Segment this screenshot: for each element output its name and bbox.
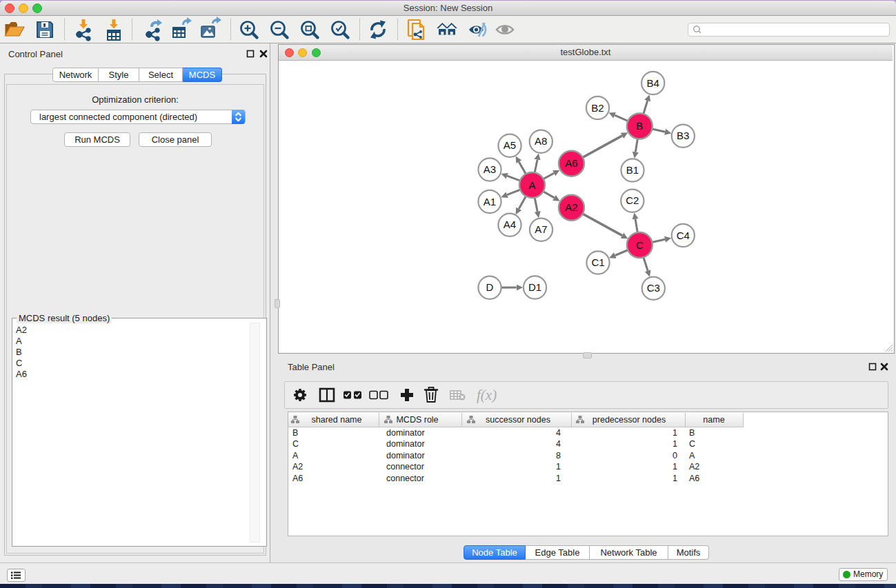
svg-text:C: C — [636, 239, 644, 251]
svg-text:B4: B4 — [647, 77, 659, 89]
svg-text:A2: A2 — [292, 462, 303, 472]
svg-text:1: 1 — [673, 439, 677, 449]
svg-text:A2: A2 — [689, 462, 699, 472]
svg-text:C1: C1 — [591, 256, 604, 268]
svg-text:A8: A8 — [535, 135, 547, 147]
svg-text:A2: A2 — [565, 201, 577, 213]
svg-text:A6: A6 — [565, 157, 577, 169]
svg-text:successor nodes: successor nodes — [486, 415, 550, 425]
svg-text:shared name: shared name — [312, 415, 362, 425]
svg-text:A5: A5 — [504, 139, 516, 151]
svg-text:predecessor nodes: predecessor nodes — [593, 415, 666, 425]
svg-text:B3: B3 — [677, 130, 689, 141]
svg-text:0: 0 — [673, 451, 677, 460]
svg-text:1: 1 — [556, 462, 561, 472]
svg-text:C2: C2 — [626, 194, 639, 206]
svg-text:A: A — [292, 451, 299, 460]
svg-text:1: 1 — [673, 428, 677, 438]
svg-text:A7: A7 — [535, 223, 547, 235]
svg-text:1: 1 — [673, 474, 677, 483]
svg-text:A6: A6 — [292, 474, 303, 483]
svg-text:B: B — [636, 120, 643, 132]
svg-text:D: D — [486, 281, 494, 293]
svg-text:B: B — [292, 428, 298, 438]
svg-text:C3: C3 — [647, 282, 660, 294]
svg-text:A4: A4 — [504, 219, 516, 230]
svg-text:A3: A3 — [484, 163, 496, 175]
svg-text:4: 4 — [556, 439, 561, 449]
svg-text:dominator: dominator — [386, 428, 425, 438]
svg-text:connector: connector — [386, 462, 424, 472]
svg-text:D1: D1 — [528, 281, 541, 293]
svg-text:4: 4 — [556, 428, 561, 438]
svg-text:1: 1 — [673, 462, 677, 472]
svg-text:A1: A1 — [484, 196, 496, 207]
svg-text:A: A — [528, 179, 535, 191]
svg-text:f(x): f(x) — [477, 387, 497, 403]
svg-text:MCDS role: MCDS role — [396, 415, 438, 425]
svg-text:C: C — [689, 439, 695, 449]
svg-text:C: C — [292, 439, 299, 449]
svg-text:dominator: dominator — [386, 451, 425, 460]
svg-text:8: 8 — [556, 451, 561, 460]
svg-text:B2: B2 — [591, 102, 604, 114]
svg-text:B1: B1 — [626, 164, 639, 176]
svg-text:connector: connector — [386, 474, 424, 483]
svg-text:C4: C4 — [677, 230, 690, 241]
svg-text:A6: A6 — [689, 474, 699, 483]
svg-text:A: A — [689, 451, 695, 460]
svg-text:name: name — [703, 415, 724, 425]
svg-text:B: B — [689, 428, 695, 438]
svg-text:1: 1 — [556, 474, 561, 483]
svg-text:dominator: dominator — [386, 439, 425, 449]
